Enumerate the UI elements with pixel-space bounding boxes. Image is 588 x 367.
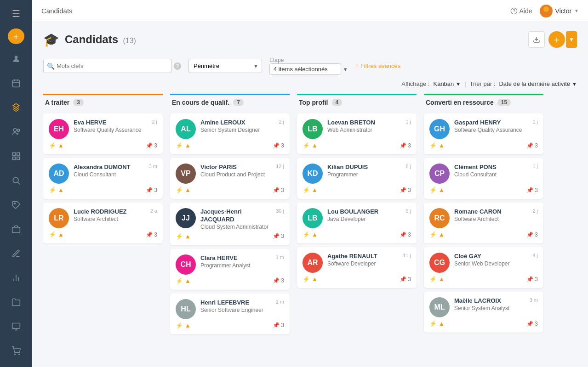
breadcrumb: Candidats: [41, 7, 73, 15]
etape-value[interactable]: 4 items sélectionnés: [269, 63, 341, 75]
candidate-card[interactable]: LR Lucie RODRIGUEZ Software Architect 2 …: [43, 203, 163, 243]
candidate-role: Software Architect: [74, 216, 146, 222]
avatar: CH: [176, 254, 196, 275]
candidate-card[interactable]: CP Clément PONS Cloud Consultant 1 j ⚡ ▲…: [424, 158, 543, 199]
card-pin-count: 📌 3: [526, 321, 538, 327]
pin-count: 3: [408, 142, 411, 149]
candidate-name: Lou BOULANGER: [327, 208, 401, 216]
candidate-card[interactable]: VP Victor PARIS Cloud Product and Projec…: [170, 158, 290, 199]
pin-count: 3: [281, 142, 284, 149]
sidebar-icon-folder[interactable]: [0, 293, 32, 314]
svg-point-22: [19, 354, 20, 355]
candidate-role: Senior System Analyst: [454, 305, 525, 311]
user-menu[interactable]: Victor ▼: [540, 5, 579, 17]
card-footer: ⚡ ▲ 📌 3: [176, 142, 284, 149]
search-help-icon[interactable]: ?: [174, 62, 181, 70]
sidebar-icon-chart[interactable]: [0, 269, 32, 289]
candidate-card[interactable]: AD Alexandra DUMONT Cloud Consultant 3 m…: [43, 158, 163, 199]
pin-count: 3: [154, 231, 157, 238]
avatar: KD: [303, 164, 323, 184]
column-count: 15: [497, 99, 511, 106]
add-candidate-button[interactable]: ＋: [548, 31, 565, 48]
candidate-card[interactable]: KD Kilian DUPUIS Programmer 8 j ⚡ ▲ 📌 3: [297, 158, 417, 199]
candidate-role: Programmer Analyst: [200, 262, 271, 269]
pin-count: 3: [535, 276, 538, 282]
sidebar-icon-edit[interactable]: [0, 244, 32, 265]
candidate-role: Cloud Consultant: [454, 171, 528, 178]
page-actions: ＋ ▼: [528, 31, 577, 48]
card-time: 1 j: [532, 164, 538, 169]
filtres-avances-button[interactable]: + Filtres avancés: [355, 62, 401, 69]
sidebar-icon-briefcase[interactable]: [0, 220, 32, 241]
trier-label: Trier par :: [470, 80, 496, 87]
candidate-card[interactable]: RC Romane CARON Software Architect 2 j ⚡…: [424, 203, 543, 243]
svg-rect-7: [13, 153, 16, 156]
candidate-card[interactable]: GH Gaspard HENRY Software Quality Assura…: [424, 113, 543, 154]
card-time: 2 a: [150, 208, 157, 214]
svg-point-21: [15, 354, 16, 355]
svg-rect-10: [17, 157, 20, 160]
candidate-card[interactable]: AL Amine LEROUX Senior System Designer 2…: [170, 113, 290, 154]
sidebar-add-button[interactable]: ＋: [8, 28, 24, 44]
candidate-card[interactable]: AR Agathe RENAULT Software Developer 11 …: [297, 247, 417, 288]
card-footer: ⚡ ▲ 📌 3: [176, 277, 284, 284]
card-header-row: KD Kilian DUPUIS Programmer 8 j: [303, 164, 411, 184]
sidebar-icon-calendar[interactable]: [0, 74, 32, 95]
card-pin-count: 📌 3: [146, 187, 157, 193]
candidate-role: Software Developer: [327, 260, 398, 267]
skill-icon: ⚡: [49, 186, 56, 193]
svg-line-12: [18, 182, 20, 185]
skill-icon: ⚡: [303, 142, 310, 149]
candidate-card[interactable]: CG Cloé GAY Senior Web Developer 4 j ⚡ ▲…: [424, 247, 543, 288]
page-body: 🎓 Candidats (13) ＋ ▼ 🔍 ?: [32, 22, 588, 367]
sort-button[interactable]: Date de la dernière activité ▼: [499, 80, 577, 87]
skill-icon: ⚡: [176, 233, 183, 240]
avatar: AR: [303, 253, 323, 273]
candidate-name: Maëlle LACROIX: [454, 297, 525, 305]
sidebar-icon-cart[interactable]: [0, 342, 32, 362]
export-button[interactable]: [528, 31, 545, 48]
sort-chevron-icon[interactable]: ▼: [572, 81, 577, 87]
candidate-card[interactable]: HL Henri LEFEBVRE Senior Software Engine…: [170, 294, 290, 334]
card-footer: ⚡ ▲ 📌 3: [49, 142, 157, 149]
card-footer: ⚡ ▲ 📌 3: [176, 322, 284, 329]
card-icons: ⚡ ▲: [429, 276, 445, 282]
sidebar-icon-profile[interactable]: [0, 50, 32, 70]
card-footer: ⚡ ▲ 📌 3: [429, 186, 538, 193]
sidebar-icon-tag[interactable]: [0, 196, 32, 216]
sidebar-icon-candidates[interactable]: [0, 98, 32, 119]
etape-chevron-icon[interactable]: ▼: [343, 67, 348, 72]
candidate-card[interactable]: EH Eva HERVE Software Quality Assurance …: [43, 113, 163, 154]
candidate-card[interactable]: LB Lou BOULANGER Java Developer 9 j ⚡ ▲ …: [297, 203, 417, 243]
sidebar-icon-team[interactable]: [0, 123, 32, 143]
candidate-name: Clara HERVE: [200, 254, 271, 262]
card-info: Jacques-Henri JACQUARD Cloud System Admi…: [200, 208, 271, 230]
card-info: Gaspard HENRY Software Quality Assurance: [454, 119, 528, 133]
candidate-card[interactable]: ML Maëlle LACROIX Senior System Analyst …: [424, 292, 543, 333]
card-info: Loevan BRETON Web Administrator: [327, 119, 401, 133]
user-dropdown-icon[interactable]: ▼: [574, 8, 579, 13]
card-info: Maëlle LACROIX Senior System Analyst: [454, 297, 525, 311]
level-icon: ▲: [185, 186, 191, 193]
page-header: 🎓 Candidats (13) ＋ ▼: [43, 31, 577, 48]
sidebar-icon-search[interactable]: [0, 171, 32, 192]
candidate-role: Software Architect: [454, 216, 528, 222]
card-header-row: HL Henri LEFEBVRE Senior Software Engine…: [176, 299, 284, 319]
add-dropdown-button[interactable]: ▼: [566, 31, 577, 48]
candidate-card[interactable]: CH Clara HERVE Programmer Analyst 1 m ⚡ …: [170, 249, 290, 290]
column-header-a_traiter: A traiter 3: [43, 94, 163, 110]
kanban-chevron-icon[interactable]: ▼: [456, 81, 461, 87]
candidate-card[interactable]: JJ Jacques-Henri JACQUARD Cloud System A…: [170, 203, 290, 245]
pin-count: 3: [154, 187, 157, 193]
help-button[interactable]: Aide: [510, 7, 532, 15]
card-info: Lou BOULANGER Java Developer: [327, 208, 401, 222]
kanban-view-button[interactable]: Kanban ▼: [433, 80, 461, 87]
sidebar-icon-grid[interactable]: [0, 147, 32, 168]
perimetre-select[interactable]: Périmètre: [188, 59, 262, 73]
candidate-card[interactable]: LB Loevan BRETON Web Administrator 1 j ⚡…: [297, 113, 417, 154]
svg-rect-9: [13, 157, 16, 160]
sidebar-icon-monitor[interactable]: [0, 317, 32, 338]
menu-icon[interactable]: ☰: [0, 5, 32, 23]
pin-icon: 📌: [526, 321, 533, 327]
search-input[interactable]: [43, 59, 172, 73]
